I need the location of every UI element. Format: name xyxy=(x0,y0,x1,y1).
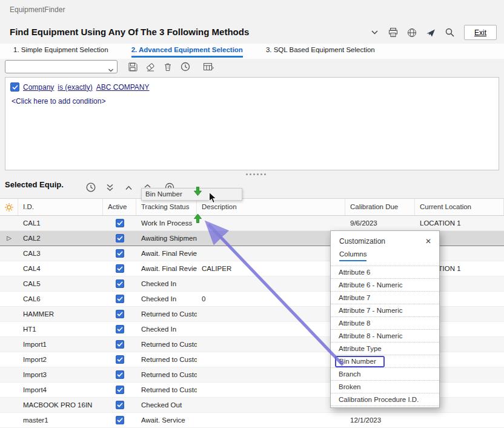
cell-id: CAL1 xyxy=(18,216,103,230)
layout-icon[interactable] xyxy=(202,61,214,73)
send-icon[interactable] xyxy=(424,26,437,39)
collapse-all-icon[interactable] xyxy=(104,181,116,193)
grid-header: I.D.ActiveTracking StatusDescriptionCali… xyxy=(0,199,504,216)
row-indicator xyxy=(0,322,18,336)
condition-value-link[interactable]: ABC COMPANY xyxy=(96,83,150,92)
tab-columns[interactable]: Columns xyxy=(339,250,366,261)
row-indicator xyxy=(0,292,18,306)
cell-active xyxy=(103,413,136,427)
active-checkbox[interactable] xyxy=(116,279,124,288)
chevron-down-icon[interactable] xyxy=(368,26,381,39)
active-checkbox[interactable] xyxy=(116,355,124,364)
customization-item[interactable]: Attribute 6 - Numeric xyxy=(331,279,439,292)
active-checkbox[interactable] xyxy=(116,401,124,409)
print-icon[interactable] xyxy=(386,26,400,39)
close-icon[interactable]: ✕ xyxy=(423,237,433,246)
filter-combobox[interactable] xyxy=(5,60,118,73)
splitter-handle[interactable] xyxy=(246,173,266,175)
cell-description xyxy=(197,383,345,397)
cell-tracking-status: Checked In xyxy=(136,276,197,291)
active-checkbox[interactable] xyxy=(116,386,124,394)
column-header-description[interactable]: Description xyxy=(197,199,345,215)
cell-tracking-status: Checked In xyxy=(136,292,197,306)
active-checkbox[interactable] xyxy=(116,249,124,258)
tab-3[interactable]: 3. SQL Based Equipment Selection xyxy=(266,46,375,58)
column-header-calibration-due[interactable]: Calibration Due xyxy=(345,199,415,215)
cell-active xyxy=(103,398,136,412)
column-header-i-d-[interactable]: I.D. xyxy=(18,199,103,215)
add-condition-link[interactable]: <Click here to add condition> xyxy=(12,97,494,105)
row-indicator xyxy=(0,352,18,367)
active-checkbox[interactable] xyxy=(116,234,124,242)
active-checkbox[interactable] xyxy=(116,370,124,379)
customization-item[interactable]: Attribute Type xyxy=(331,343,439,355)
grid-settings-icon[interactable] xyxy=(0,199,18,215)
condition-panel: Company is (exactly) ABC COMPANY <Click … xyxy=(5,77,499,170)
customization-item[interactable]: Bin Number xyxy=(331,355,439,368)
column-header-current-location[interactable]: Current Location xyxy=(415,199,504,215)
cell-description: 0 xyxy=(197,292,345,306)
globe-icon[interactable] xyxy=(405,26,419,39)
active-checkbox[interactable] xyxy=(116,416,124,424)
cell-description xyxy=(197,322,345,336)
history-icon[interactable] xyxy=(179,61,191,73)
filter-toolbar xyxy=(5,60,214,73)
active-checkbox[interactable] xyxy=(116,295,124,303)
cell-id: HAMMER xyxy=(18,307,103,321)
expand-icon[interactable] xyxy=(122,181,134,193)
condition-field-link[interactable]: Company xyxy=(23,83,54,92)
cell-tracking-status: Returned to Customer xyxy=(136,307,197,321)
row-indicator xyxy=(0,276,18,291)
cell-description xyxy=(197,352,345,367)
cell-id: CAL3 xyxy=(18,246,103,261)
table-row[interactable]: master1Await. Service12/1/2023 xyxy=(0,413,504,428)
active-checkbox[interactable] xyxy=(116,310,124,318)
clear-icon[interactable] xyxy=(144,61,156,73)
cell-active xyxy=(103,292,136,306)
drag-column-preview: Bin Number xyxy=(141,188,242,201)
condition-operator-link[interactable]: is (exactly) xyxy=(58,83,92,92)
tab-1[interactable]: 1. Simple Equipment Selection xyxy=(13,46,108,58)
cell-description xyxy=(197,246,345,261)
cell-description: CALIPER xyxy=(197,261,345,276)
customization-item[interactable]: Calibration Procedure I.D. xyxy=(331,393,439,406)
cell-id: MACBOOK PRO 16IN xyxy=(18,398,103,412)
customization-item[interactable]: Attribute 7 xyxy=(331,292,439,304)
tab-2[interactable]: 2. Advanced Equipment Selection xyxy=(131,46,243,58)
cell-active xyxy=(103,337,136,352)
customization-item[interactable]: Broken xyxy=(331,381,439,393)
cell-id: Import4 xyxy=(18,383,103,397)
cell-description xyxy=(197,413,345,427)
customization-item[interactable]: Attribute 6 xyxy=(331,266,439,279)
condition-row[interactable]: Company is (exactly) ABC COMPANY xyxy=(10,82,494,92)
active-checkbox[interactable] xyxy=(116,264,124,273)
cell-current-location: LOCATION 1 xyxy=(415,216,504,230)
active-checkbox[interactable] xyxy=(116,340,124,349)
cell-id: CAL2 xyxy=(18,231,103,246)
history-icon[interactable] xyxy=(85,181,97,193)
insert-arrow-down-icon xyxy=(194,187,202,198)
active-checkbox[interactable] xyxy=(116,325,124,333)
cell-id: Import1 xyxy=(18,337,103,352)
customization-item[interactable]: Branch xyxy=(331,368,439,381)
active-checkbox[interactable] xyxy=(116,219,124,227)
search-icon[interactable] xyxy=(443,26,456,39)
exit-button[interactable]: Exit xyxy=(464,25,497,40)
customization-item[interactable]: Attribute 8 xyxy=(331,317,439,330)
customization-item[interactable]: Attribute 8 - Numeric xyxy=(331,330,439,343)
delete-icon[interactable] xyxy=(162,61,174,73)
condition-checkbox[interactable] xyxy=(10,82,19,92)
row-indicator: ▷ xyxy=(0,231,18,246)
customization-item[interactable]: Attribute 7 - Numeric xyxy=(331,304,439,317)
customization-popup-title: Customization xyxy=(339,237,385,246)
cell-active xyxy=(103,352,136,367)
row-indicator xyxy=(0,246,18,261)
cell-description xyxy=(197,216,345,230)
cell-active xyxy=(103,383,136,397)
save-icon[interactable] xyxy=(127,61,139,73)
row-indicator xyxy=(0,367,18,382)
chevron-down-icon[interactable] xyxy=(108,64,114,75)
column-header-tracking-status[interactable]: Tracking Status xyxy=(136,199,197,215)
column-header-active[interactable]: Active xyxy=(103,199,136,215)
table-row[interactable]: CAL1Work In Process9/6/2023LOCATION 1 xyxy=(0,216,504,231)
